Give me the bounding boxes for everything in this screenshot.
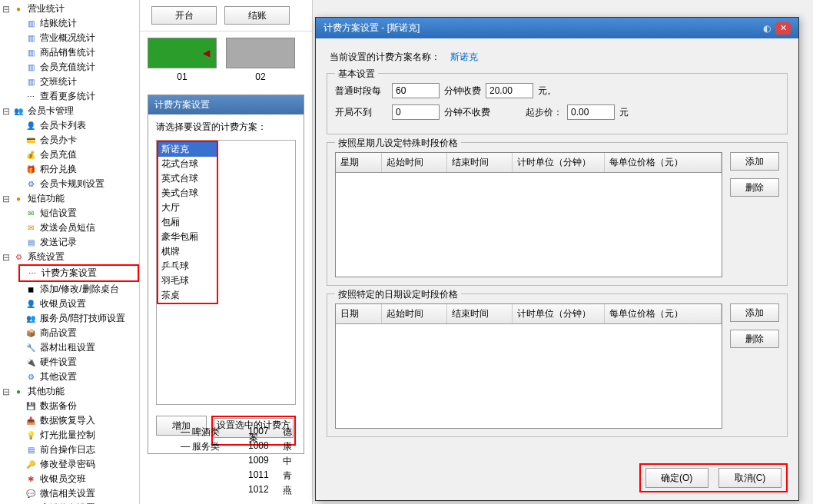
tree-node-goods-stats[interactable]: ▥商品销售统计 bbox=[0, 45, 139, 60]
open-table-button[interactable]: 开台 bbox=[151, 6, 217, 25]
tree-label: 发送会员短信 bbox=[40, 221, 95, 234]
price-input[interactable] bbox=[486, 83, 533, 98]
tree-node-sms[interactable]: ⊟●短信功能 bbox=[0, 191, 139, 206]
cancel-button[interactable]: 取消(C) bbox=[718, 468, 781, 488]
tree-node-oplog[interactable]: ▤前台操作日志 bbox=[0, 443, 139, 457]
ok-button[interactable]: 确定(O) bbox=[645, 468, 708, 488]
tree-label: 短信功能 bbox=[28, 192, 65, 205]
plan-list[interactable]: 斯诺克 花式台球 英式台球 美式台球 大厅 包厢 豪华包厢 棋牌 乒乓球 羽毛球… bbox=[156, 140, 296, 405]
close-icon[interactable]: ✕ bbox=[775, 22, 791, 35]
th-end: 结束时间 bbox=[447, 304, 513, 323]
label: 分钟不收费 bbox=[444, 106, 490, 119]
date-delete-button[interactable]: 删除 bbox=[730, 330, 779, 348]
date-legend: 按照特定的日期设定时段价格 bbox=[335, 288, 461, 301]
billing-plan-modal: 计费方案设置 - [斯诺克] ◐ ✕ 当前设置的计费方案名称： 斯诺克 基本设置… bbox=[315, 17, 799, 501]
tree-node-system[interactable]: ⊟⚙系统设置 bbox=[0, 250, 139, 264]
tree-node-staff[interactable]: 👥服务员/陪打技师设置 bbox=[0, 311, 139, 326]
tree-label: 前台操作日志 bbox=[40, 443, 95, 456]
plan-item[interactable]: 乒乓球 bbox=[158, 259, 217, 274]
tree-node-points[interactable]: 🎁积分兑换 bbox=[0, 162, 139, 177]
tree-node-tables[interactable]: ◼添加/修改/删除桌台 bbox=[0, 282, 139, 297]
table-thumb-02[interactable]: 02 bbox=[226, 38, 295, 82]
th-week: 星期 bbox=[336, 153, 382, 172]
tree-node-shift[interactable]: ✱收银员交班 bbox=[0, 472, 139, 486]
tree-node-shift-stats[interactable]: ▥交班统计 bbox=[0, 75, 139, 89]
tree-label: 交班统计 bbox=[40, 75, 77, 88]
table-preview: 01 02 bbox=[140, 32, 312, 88]
label: 元 bbox=[619, 106, 629, 119]
tree-node-shop-info[interactable]: 🏪店铺信息设置 bbox=[0, 501, 139, 504]
tree-node-member[interactable]: ⊟👥会员卡管理 bbox=[0, 104, 139, 118]
tree-label: 积分兑换 bbox=[40, 163, 77, 176]
checkout-button[interactable]: 结账 bbox=[224, 6, 290, 25]
current-plan-value: 斯诺克 bbox=[450, 51, 478, 62]
tree-label: 短信设置 bbox=[40, 207, 77, 220]
tree-node-sales[interactable]: ⊟●营业统计 bbox=[0, 2, 139, 16]
help-icon[interactable]: ◐ bbox=[763, 23, 771, 34]
tree-node-member-new[interactable]: 💳会员办卡 bbox=[0, 133, 139, 148]
thumb-label: 01 bbox=[177, 71, 187, 82]
plan-item[interactable]: 大厅 bbox=[158, 201, 217, 215]
tree-label: 会员卡列表 bbox=[40, 119, 86, 132]
plan-item[interactable]: 茶桌 bbox=[158, 288, 217, 303]
tree-node-restore[interactable]: 📥数据恢复导入 bbox=[0, 413, 139, 428]
tree-label: 服务员/陪打技师设置 bbox=[40, 312, 125, 325]
free-minutes-input[interactable] bbox=[392, 104, 440, 120]
tree-node-other[interactable]: ⊟●其他功能 bbox=[0, 384, 139, 399]
plan-item[interactable]: 羽毛球 bbox=[158, 274, 217, 288]
tree-label: 收银员设置 bbox=[40, 297, 86, 310]
th-price: 每单位价格（元） bbox=[605, 153, 722, 172]
tree-node-hardware[interactable]: 🔌硬件设置 bbox=[0, 355, 139, 370]
tree-label: 收银员交班 bbox=[40, 472, 86, 486]
tree-node-billing-plan[interactable]: ⋯计费方案设置 bbox=[18, 264, 139, 282]
date-table-body[interactable] bbox=[336, 324, 722, 428]
tree-label: 数据备份 bbox=[40, 400, 77, 413]
tree-node-member-list[interactable]: 👤会员卡列表 bbox=[0, 118, 139, 133]
current-plan-row: 当前设置的计费方案名称： 斯诺克 bbox=[327, 46, 788, 73]
weekday-table-body[interactable] bbox=[336, 173, 722, 277]
th-start: 起始时间 bbox=[382, 153, 447, 172]
th-unit: 计时单位（分钟） bbox=[513, 153, 605, 172]
tree-node-goods[interactable]: 📦商品设置 bbox=[0, 326, 139, 340]
background-list: — 啤酒类1007德 — 服务类1008康 1009中 1011青 1012燕 bbox=[173, 425, 327, 498]
tree-node-rental[interactable]: 🔧器材出租设置 bbox=[0, 340, 139, 355]
plan-item[interactable]: 美式台球 bbox=[158, 186, 217, 201]
tree-node-recharge-stats[interactable]: ▥会员充值统计 bbox=[0, 60, 139, 75]
tree-label: 器材出租设置 bbox=[40, 341, 95, 354]
thumb-label: 02 bbox=[255, 71, 265, 82]
plan-item[interactable]: 豪华包厢 bbox=[158, 230, 217, 244]
tree-node-member-rules[interactable]: ⚙会员卡规则设置 bbox=[0, 177, 139, 191]
weekday-add-button[interactable]: 添加 bbox=[730, 152, 779, 171]
tree-node-cashier[interactable]: 👤收银员设置 bbox=[0, 297, 139, 311]
date-add-button[interactable]: 添加 bbox=[730, 303, 779, 322]
weekday-delete-button[interactable]: 删除 bbox=[730, 178, 779, 197]
label: 起步价： bbox=[526, 106, 562, 119]
tree-label: 会员办卡 bbox=[40, 134, 77, 147]
tree-node-overview-stats[interactable]: ▥营业概况统计 bbox=[0, 31, 139, 45]
table-thumb-01[interactable]: 01 bbox=[148, 38, 217, 82]
tree-node-other-settings[interactable]: ⚙其他设置 bbox=[0, 370, 139, 384]
tree-node-wechat[interactable]: 💬微信相关设置 bbox=[0, 486, 139, 501]
minutes-input[interactable] bbox=[392, 83, 440, 98]
tree-label: 数据恢复导入 bbox=[40, 414, 95, 427]
start-price-input[interactable] bbox=[567, 104, 615, 120]
plan-item[interactable]: 英式台球 bbox=[158, 171, 217, 186]
tree-node-checkout-stats[interactable]: ▥结账统计 bbox=[0, 16, 139, 31]
tree-label: 硬件设置 bbox=[40, 356, 77, 369]
tree-node-sms-send[interactable]: ✉发送会员短信 bbox=[0, 220, 139, 235]
navigation-tree: ⊟●营业统计 ▥结账统计 ▥营业概况统计 ▥商品销售统计 ▥会员充值统计 ▥交班… bbox=[0, 0, 140, 504]
tree-node-more-stats[interactable]: ⋯查看更多统计 bbox=[0, 89, 139, 104]
tree-node-sms-settings[interactable]: ✉短信设置 bbox=[0, 206, 139, 220]
tree-node-member-recharge[interactable]: 💰会员充值 bbox=[0, 148, 139, 162]
th-unit: 计时单位（分钟） bbox=[513, 304, 605, 323]
plan-item[interactable]: 棋牌 bbox=[158, 244, 217, 259]
th-start: 起始时间 bbox=[382, 304, 447, 323]
tree-node-backup[interactable]: 💾数据备份 bbox=[0, 399, 139, 413]
weekday-table: 星期 起始时间 结束时间 计时单位（分钟） 每单位价格（元） bbox=[335, 152, 722, 277]
tree-node-password[interactable]: 🔑修改登录密码 bbox=[0, 457, 139, 472]
tree-node-sms-log[interactable]: ▤发送记录 bbox=[0, 235, 139, 250]
tree-node-lights[interactable]: 💡灯光批量控制 bbox=[0, 428, 139, 443]
plan-item[interactable]: 花式台球 bbox=[158, 157, 217, 171]
plan-item[interactable]: 斯诺克 bbox=[158, 142, 217, 157]
plan-item[interactable]: 包厢 bbox=[158, 215, 217, 230]
